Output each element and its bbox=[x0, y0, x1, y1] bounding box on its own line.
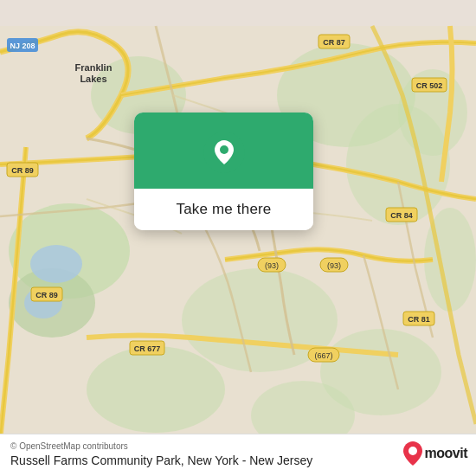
map-container: NJ 208 CR 87 CR 502 CR 89 CR 84 CR 89 (9… bbox=[0, 0, 476, 476]
svg-point-39 bbox=[220, 145, 228, 154]
svg-text:CR 81: CR 81 bbox=[408, 315, 430, 324]
take-me-there-button[interactable]: Take me there bbox=[134, 189, 313, 230]
svg-text:CR 89: CR 89 bbox=[11, 166, 34, 175]
svg-text:(93): (93) bbox=[265, 261, 279, 270]
svg-text:(93): (93) bbox=[327, 261, 341, 270]
svg-text:Lakes: Lakes bbox=[80, 74, 106, 84]
svg-point-40 bbox=[408, 447, 417, 455]
svg-point-6 bbox=[87, 346, 225, 433]
map-background: NJ 208 CR 87 CR 502 CR 89 CR 84 CR 89 (9… bbox=[0, 0, 476, 476]
location-pin-icon bbox=[203, 132, 245, 173]
svg-point-12 bbox=[30, 245, 82, 283]
action-card: Take me there bbox=[134, 113, 313, 230]
svg-text:(667): (667) bbox=[314, 351, 332, 360]
moovit-brand-name: moovit bbox=[425, 446, 467, 461]
svg-text:CR 502: CR 502 bbox=[416, 81, 443, 90]
map-attribution: © OpenStreetMap contributors bbox=[10, 441, 466, 451]
location-name: Russell Farms Community Park, New York -… bbox=[10, 453, 466, 467]
svg-text:CR 87: CR 87 bbox=[323, 38, 345, 47]
svg-text:CR 84: CR 84 bbox=[390, 211, 413, 220]
svg-text:NJ 208: NJ 208 bbox=[10, 42, 35, 50]
svg-text:CR 677: CR 677 bbox=[134, 344, 161, 353]
svg-text:CR 89: CR 89 bbox=[35, 291, 58, 299]
moovit-logo: moovit bbox=[403, 441, 467, 466]
moovit-pin-icon bbox=[403, 441, 422, 466]
svg-text:Franklin: Franklin bbox=[75, 62, 113, 73]
card-header bbox=[134, 113, 313, 189]
